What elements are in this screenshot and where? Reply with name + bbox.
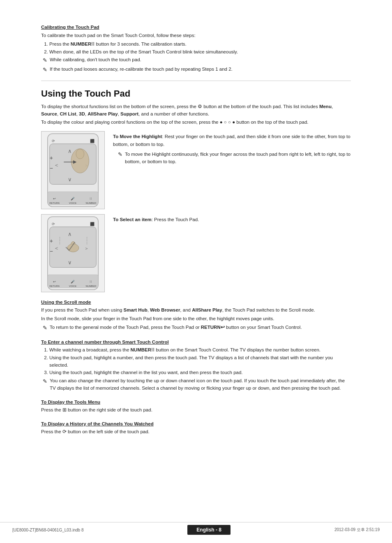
svg-text:↩: ↩ [53,197,56,201]
svg-text:∧: ∧ [68,148,72,154]
enter-channel-step-3: Using the touch pad, highlight the chann… [49,369,351,377]
svg-text:VOICE: VOICE [69,202,76,204]
touchpad-move-section: ⟳ ⬛ ∧ ＜ ＞ ∨ + − [41,131,351,209]
svg-text:⬛: ⬛ [90,222,95,226]
svg-text:+: + [50,155,53,161]
touchpad-select-section: ⟳ ⬛ ∧ ＜ ＞ ∨ + − [41,214,351,292]
svg-text:⟳: ⟳ [52,139,55,143]
move-highlight-note: ✎ To move the Highlight continuously, fl… [118,150,351,166]
scroll-mode-desc2: In the Scroll mode, slide your finger in… [41,315,351,323]
note-icon-channel: ✎ [43,377,47,386]
touchpad-image-move: ⟳ ⬛ ∧ ＜ ＞ ∨ + − [41,131,105,209]
svg-text:＞: ＞ [84,246,89,251]
note-icon-move: ✎ [118,150,122,159]
svg-text:VOICE: VOICE [69,285,76,287]
svg-text:NUMBER: NUMBER [86,285,97,287]
touch-pad-intro1: To display the shortcut functions list o… [41,103,351,118]
svg-text:⬛: ⬛ [90,139,95,143]
calibrating-intro: To calibrate the touch pad on the Smart … [41,32,351,39]
calibrating-note-1: ✎ While calibrating, don't touch the tou… [43,56,351,65]
language-badge: English - 8 [187,525,231,535]
history-desc: Press the ⟳ button on the left side of t… [41,428,351,436]
svg-text:RETURN: RETURN [49,202,60,204]
tools-menu-desc: Press the ⊞ button on the right side of … [41,407,351,414]
enter-channel-step-1: While watching a broadcast, press the NU… [49,347,351,354]
svg-text:∨: ∨ [68,176,72,183]
move-highlight-desc: To Move the Highlight: Rest your finger … [113,131,351,166]
svg-text:RETURN: RETURN [49,285,60,287]
svg-text:⟳: ⟳ [52,222,55,226]
tools-menu-section: To Display the Tools Menu Press the ⊞ bu… [41,400,351,414]
calibrating-note-2: ✎ If the touch pad looses accuracy, re-c… [43,66,351,74]
svg-text:⁝⁝: ⁝⁝ [90,197,92,201]
svg-text:NUMBER: NUMBER [86,202,97,204]
svg-text:＜: ＜ [54,245,59,251]
using-touch-pad-title: Using the Touch Pad [41,88,351,99]
svg-text:⁝⁝: ⁝⁝ [90,280,92,284]
svg-text:−: − [50,248,53,254]
scroll-mode-desc1: If you press the Touch Pad when using Sm… [41,307,351,314]
touchpad-image-select: ⟳ ⬛ ∧ ＜ ＞ ∨ + − [41,214,105,292]
note-icon-scroll: ✎ [43,324,47,332]
note-icon-1: ✎ [43,56,47,65]
svg-text:↩: ↩ [53,280,56,284]
svg-text:🎤: 🎤 [71,196,75,201]
svg-text:−: − [50,165,53,171]
calibrating-title: Calibrating the Touch Pad [41,25,351,30]
page-footer: [UE8000-ZT]BN68-04061G_L03.indb 8 Englis… [0,522,392,535]
svg-text:🎤: 🎤 [71,280,75,284]
divider-1 [41,81,351,81]
select-item-desc: To Select an item: Press the Touch Pad. [113,214,351,223]
svg-point-11 [76,149,84,159]
svg-text:∧: ∧ [68,231,72,237]
calibrating-steps-list: Press the NUMBER⁝⁝ button for 3 seconds.… [49,41,351,56]
scroll-mode-note: ✎ To return to the general mode of the T… [43,324,351,332]
scroll-mode-section: Using the Scroll mode If you press the T… [41,300,351,332]
tools-menu-title: To Display the Tools Menu [41,400,351,404]
footer-file-info: [UE8000-ZT]BN68-04061G_L03.indb 8 [12,528,83,532]
history-title: To Display a History of the Channels You… [41,421,351,426]
enter-channel-title: To Enter a channel number through Smart … [41,340,351,344]
svg-text:∨: ∨ [68,259,72,266]
enter-channel-step-2: Using the touch pad, highlight a number,… [49,354,351,369]
calibrating-step-2: When done, all the LEDs on the top of th… [49,49,351,56]
scroll-mode-title: Using the Scroll mode [41,300,351,305]
enter-channel-steps: While watching a broadcast, press the NU… [49,347,351,377]
svg-text:+: + [50,238,53,244]
enter-channel-section: To Enter a channel number through Smart … [41,340,351,392]
calibrating-step-1: Press the NUMBER⁝⁝ button for 3 seconds.… [49,41,351,48]
calibrating-section: Calibrating the Touch Pad To calibrate t… [41,25,351,74]
history-section: To Display a History of the Channels You… [41,421,351,436]
footer-date-info: 2012-03-09 오후 2:51:19 [334,527,380,533]
svg-text:＜: ＜ [54,162,59,168]
touch-pad-intro2: To display the colour and playing contro… [41,119,351,126]
note-icon-2: ✎ [43,66,47,74]
enter-channel-note: ✎ You can also change the channel by tou… [43,377,351,392]
